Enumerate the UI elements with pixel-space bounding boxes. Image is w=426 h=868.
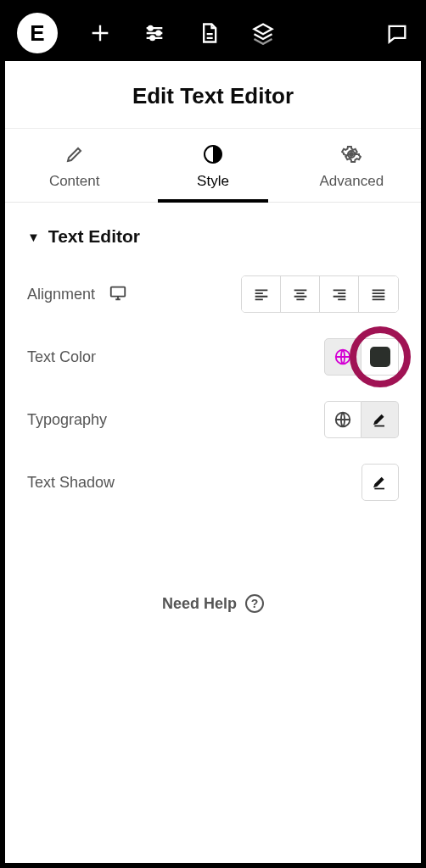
section-toggle[interactable]: ▼ Text Editor <box>27 226 399 247</box>
svg-rect-5 <box>111 287 126 296</box>
section-title: Text Editor <box>48 226 140 247</box>
help-icon: ? <box>245 594 264 613</box>
panel-header: Edit Text Editor <box>5 61 421 129</box>
row-typography: Typography <box>27 401 399 438</box>
tab-advanced-label: Advanced <box>320 173 384 189</box>
tab-content-label: Content <box>49 173 100 189</box>
svg-point-0 <box>149 26 153 31</box>
pencil-icon <box>64 144 85 164</box>
text-shadow-label: Text Shadow <box>27 474 115 492</box>
align-right-button[interactable] <box>320 276 359 312</box>
tab-content[interactable]: Content <box>5 129 143 202</box>
typography-label: Typography <box>27 411 107 429</box>
need-help-label: Need Help <box>162 595 237 613</box>
color-swatch-button[interactable] <box>362 338 399 376</box>
top-toolbar: E <box>5 5 421 61</box>
elementor-logo[interactable]: E <box>17 13 58 53</box>
tab-style[interactable]: Style <box>143 129 282 202</box>
document-icon[interactable] <box>197 21 221 45</box>
edit-text-shadow-button[interactable] <box>362 464 399 501</box>
alignment-options <box>241 275 399 313</box>
chat-icon[interactable] <box>385 21 409 45</box>
text-color-label: Text Color <box>27 348 96 366</box>
contrast-icon <box>203 144 223 164</box>
add-icon[interactable] <box>88 21 112 45</box>
gear-icon <box>341 144 362 164</box>
row-text-color: Text Color <box>27 338 399 376</box>
desktop-icon[interactable] <box>109 283 127 306</box>
svg-point-2 <box>150 36 154 41</box>
row-text-shadow: Text Shadow <box>27 464 399 501</box>
align-center-button[interactable] <box>281 276 320 312</box>
tabs: Content Style Advanced <box>5 129 421 203</box>
tab-style-label: Style <box>197 173 229 189</box>
edit-typography-button[interactable] <box>362 401 399 438</box>
svg-point-1 <box>156 31 160 36</box>
svg-point-4 <box>349 152 354 157</box>
color-swatch <box>370 347 390 367</box>
global-color-button[interactable] <box>324 338 362 376</box>
align-justify-button[interactable] <box>359 276 398 312</box>
row-alignment: Alignment <box>27 275 399 313</box>
tab-advanced[interactable]: Advanced <box>283 129 421 202</box>
align-left-button[interactable] <box>242 276 281 312</box>
layers-icon[interactable] <box>251 21 275 45</box>
panel-title: Edit Text Editor <box>5 83 421 109</box>
settings-sliders-icon[interactable] <box>143 21 166 45</box>
caret-down-icon: ▼ <box>27 230 40 244</box>
global-typography-button[interactable] <box>324 401 362 438</box>
alignment-label: Alignment <box>27 286 95 303</box>
need-help-link[interactable]: Need Help ? <box>27 594 399 613</box>
